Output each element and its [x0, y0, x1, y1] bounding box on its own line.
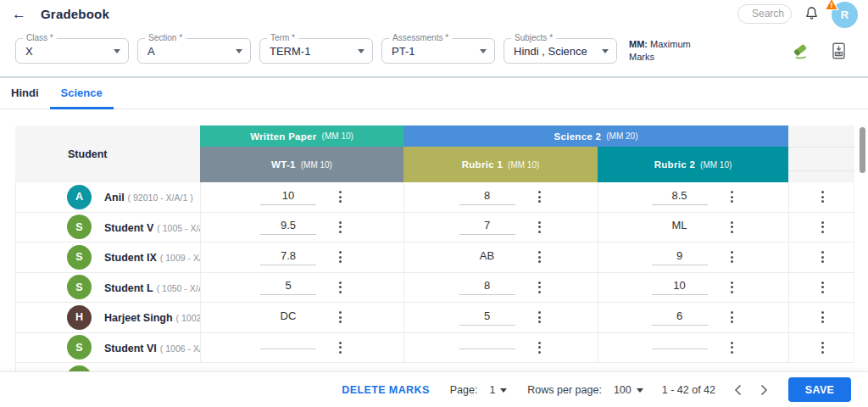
search-input[interactable]: Search: [737, 4, 792, 24]
rubric1-cell-menu-icon[interactable]: [536, 219, 543, 236]
term-select[interactable]: Term * TERM-1: [259, 38, 373, 64]
rubric1-cell-menu-icon[interactable]: [536, 188, 543, 205]
wt1-mark-input[interactable]: 10: [260, 189, 316, 205]
delete-marks-button[interactable]: DELETE MARKS: [342, 384, 429, 396]
mm-abbr: MM:: [629, 39, 648, 49]
column-header-student: Student: [15, 125, 200, 182]
wt1-mark-cell: 9.5: [201, 213, 404, 243]
rubric1-mark-input[interactable]: 5: [459, 309, 515, 326]
student-cell: S Student IX( 1009 - X/A/3 ): [16, 243, 201, 272]
table-row: S Student VI( 1006 - X/A/6 ): [15, 333, 854, 364]
assessments-select[interactable]: Assessments * PT-1: [381, 38, 495, 64]
row-menu-icon[interactable]: [819, 309, 826, 326]
rubric1-mark-input[interactable]: [459, 346, 515, 349]
rubric1-mark-input[interactable]: 8: [459, 189, 515, 205]
table-row: A Anil( 92010 - X/A/1 ) 10 8 8.5: [15, 182, 854, 213]
table-row: S Student V( 1005 - X/A/2 ) 9.5 7 ML: [15, 213, 854, 243]
assessments-select-label: Assessments *: [389, 33, 452, 42]
wt1-cell-menu-icon[interactable]: [337, 188, 344, 205]
notifications-bell-icon[interactable]: [804, 5, 820, 22]
student-cell: S Student V( 1005 - X/A/2 ): [16, 213, 201, 243]
student-avatar: A: [67, 185, 92, 209]
export-xls-icon[interactable]: XLS: [830, 42, 848, 60]
rubric2-cell-menu-icon[interactable]: [728, 309, 736, 326]
wt1-cell-menu-icon[interactable]: [337, 219, 344, 236]
rubric1-mark-cell: 8: [404, 273, 598, 303]
term-select-value: TERM-1: [270, 45, 310, 58]
rubric2-mark-input[interactable]: 6: [652, 309, 708, 326]
column-header-rubric-1: Rubric 1 (MM 10): [403, 147, 598, 182]
chevron-down-icon: [358, 49, 364, 53]
rubric2-cell-menu-icon[interactable]: [728, 339, 736, 356]
student-cell: A Anil( 92010 - X/A/1 ): [16, 182, 201, 212]
wt1-cell-menu-icon[interactable]: [337, 248, 344, 265]
save-button[interactable]: SAVE: [788, 377, 851, 402]
row-menu-icon[interactable]: [819, 339, 826, 356]
section-select[interactable]: Section * A: [137, 38, 251, 64]
filter-bar: Class * X Section * A Term * TERM-1 Asse…: [0, 27, 868, 76]
tab-hindi-label: Hindi: [11, 86, 39, 99]
chevron-down-icon: [500, 388, 507, 393]
row-menu-icon[interactable]: [819, 279, 826, 296]
rubric2-cell-menu-icon[interactable]: [728, 219, 736, 236]
vertical-scrollbar[interactable]: [860, 127, 865, 173]
wt1-mark-input[interactable]: 7.8: [260, 249, 316, 265]
rubric2-mark-input[interactable]: ML: [652, 219, 708, 235]
rubric2-mark-cell: 10: [598, 273, 789, 303]
rubric2-mark-input[interactable]: [652, 346, 708, 349]
wt1-mark-cell: DC: [201, 303, 404, 332]
rubric1-mark-cell: 5: [404, 303, 598, 332]
eraser-icon[interactable]: [791, 42, 810, 59]
prev-page-icon[interactable]: [734, 384, 742, 396]
subjects-select[interactable]: Subjects * Hindi , Science: [504, 38, 617, 64]
next-page-icon[interactable]: [760, 384, 768, 396]
row-menu-icon[interactable]: [819, 248, 826, 265]
topbar: ← Gradebook Search R !: [0, 0, 868, 27]
rubric2-cell-menu-icon[interactable]: [728, 248, 736, 265]
wt1-cell-menu-icon[interactable]: [337, 339, 344, 356]
row-menu-icon[interactable]: [819, 188, 826, 205]
column-header-rubric-2: Rubric 2 (MM 10): [598, 147, 788, 182]
rubric2-cell-menu-icon[interactable]: [728, 279, 736, 296]
rubric2-cell-menu-icon[interactable]: [728, 188, 736, 205]
rubric1-mark-input[interactable]: 7: [459, 219, 515, 235]
rows-per-page-select[interactable]: 100: [614, 384, 643, 396]
student-detail: ( 1006 - X/A/6 ): [160, 343, 200, 354]
row-actions-cell: [789, 333, 855, 363]
subjects-select-label: Subjects *: [511, 33, 556, 42]
rubric1-cell-menu-icon[interactable]: [536, 309, 543, 326]
row-menu-icon[interactable]: [819, 219, 826, 236]
class-select[interactable]: Class * X: [15, 38, 129, 64]
wt1-cell-menu-icon[interactable]: [337, 309, 344, 326]
rubric1-cell-menu-icon[interactable]: [536, 279, 543, 296]
rubric1-mark-cell: 8: [404, 182, 598, 212]
student-cell: H Harjeet Singh( 1002 - X/A/5 ): [16, 303, 201, 332]
group-header-science-2: Science 2 (MM 20): [403, 125, 788, 147]
page-select[interactable]: 1: [489, 384, 507, 396]
column-header-wt1: WT-1 (MM 10): [200, 147, 403, 182]
wt1-cell-menu-icon[interactable]: [337, 279, 344, 296]
page-value: 1: [489, 384, 495, 396]
class-select-label: Class *: [23, 33, 57, 42]
table-row: S Student L( 1050 - X/A/4 ) 5 8 10: [15, 273, 854, 304]
tab-science[interactable]: Science: [50, 79, 114, 109]
rubric1-mark-input[interactable]: AB: [459, 249, 515, 265]
user-avatar[interactable]: R !: [832, 2, 858, 28]
back-arrow-icon[interactable]: ←: [12, 7, 26, 21]
rubric2-mark-input[interactable]: 10: [652, 279, 708, 295]
rubric1-cell-menu-icon[interactable]: [536, 339, 543, 356]
tab-hindi[interactable]: Hindi: [0, 79, 50, 109]
wt1-mark-input[interactable]: 5: [260, 279, 316, 295]
wt1-mark-input[interactable]: DC: [260, 309, 316, 326]
wt1-mark-input[interactable]: [260, 346, 316, 349]
student-avatar: S: [67, 245, 92, 270]
rubric2-mark-input[interactable]: 8.5: [652, 189, 708, 205]
page-title: Gradebook: [41, 7, 109, 21]
wt1-mark-input[interactable]: 9.5: [260, 219, 316, 235]
rubric2-mark-input[interactable]: 9: [652, 249, 708, 265]
filter-actions: XLS: [791, 42, 853, 60]
rubric1-mark-input[interactable]: 8: [459, 279, 515, 295]
rows-per-page-value: 100: [614, 384, 632, 396]
rubric1-cell-menu-icon[interactable]: [536, 248, 543, 265]
table-row: S Student IX( 1009 - X/A/3 ) 7.8 AB 9: [15, 243, 854, 273]
